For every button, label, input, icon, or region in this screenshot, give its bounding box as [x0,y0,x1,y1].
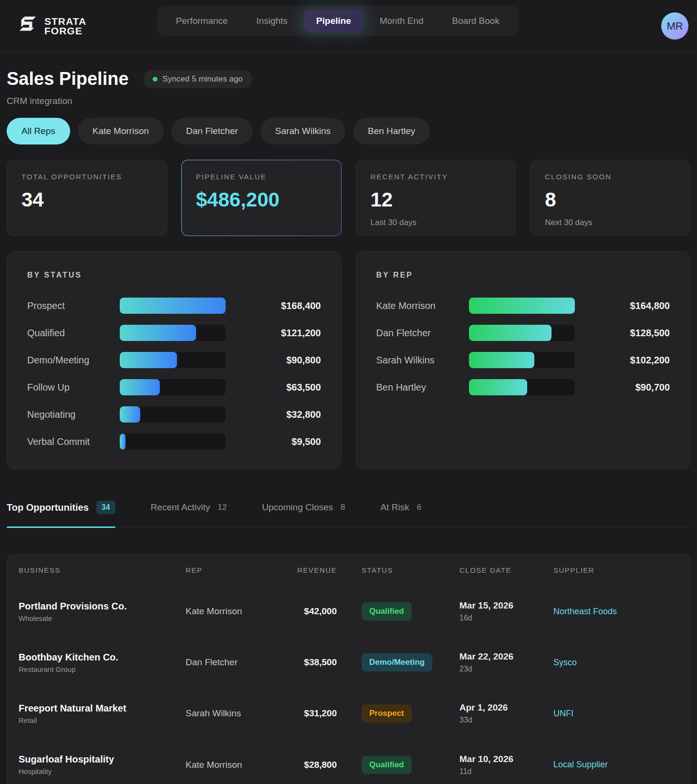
status-bar [120,406,140,423]
days-remaining: 33d [459,716,553,724]
opportunities-table: BUSINESS REP REVENUE STATUS CLOSE DATE S… [7,554,690,784]
tab-upcoming-closes[interactable]: Upcoming Closes 8 [262,492,345,527]
rep-bar-track [469,298,575,314]
rep-name: Kate Morrison [186,760,289,770]
close-date: Mar 22, 2026 [459,651,553,662]
stat-value: 8 [545,188,676,211]
supplier-link[interactable]: Sysco [553,658,577,668]
business-name: Portland Provisions Co. [19,601,186,612]
table-row-sugarloaf-hospitality[interactable]: Sugarloaf Hospitality Hospitality Kate M… [7,739,690,784]
filter-chip-all-reps[interactable]: All Reps [7,118,70,144]
strataforge-logo-icon [17,14,39,38]
tab-at-risk[interactable]: At Risk 6 [381,492,422,527]
column-header-close-date: CLOSE DATE [459,566,553,574]
table-row-portland-provisions[interactable]: Portland Provisions Co. Wholesale Kate M… [7,586,690,637]
status-label: Negotiating [27,409,120,420]
user-avatar[interactable]: MR [661,12,688,40]
sync-status-dot-icon [153,77,157,82]
tab-top-opportunities[interactable]: Top Opportunities 34 [7,492,115,527]
tab-count: 12 [218,503,227,512]
rep-label: Kate Morrison [376,300,469,311]
status-bar-track [120,298,226,314]
tab-count-badge: 34 [96,501,115,514]
rep-name: Kate Morrison [186,606,289,617]
nav-tab-board-book[interactable]: Board Book [440,10,512,32]
nav-tab-pipeline[interactable]: Pipeline [304,10,364,32]
status-row-follow-up: Follow Up $63,500 [27,379,321,395]
table-row-freeport-natural-market[interactable]: Freeport Natural Market Retail Sarah Wil… [7,688,690,739]
nav-tab-insights[interactable]: Insights [244,10,300,32]
rep-bar-track [469,379,575,395]
filter-chip-ben-hartley[interactable]: Ben Hartley [353,118,430,144]
by-status-panel: BY STATUS Prospect $168,400 Qualified $1… [7,251,342,469]
status-row-demo-meeting: Demo/Meeting $90,800 [27,352,321,368]
status-value: $63,500 [226,382,321,393]
tab-count: 6 [417,503,421,512]
column-header-rep: REP [186,566,289,574]
strataforge-logo: STRATA FORGE [17,14,86,38]
tab-recent-activity[interactable]: Recent Activity 12 [151,492,227,527]
close-date: Mar 15, 2026 [459,600,553,611]
tab-label: Recent Activity [151,502,210,513]
table-row-boothbay-kitchen[interactable]: Boothbay Kitchen Co. Restaurant Group Da… [7,637,690,688]
business-category: Restaurant Group [19,665,186,673]
rep-bar [469,298,575,314]
page-title: Sales Pipeline [7,69,129,89]
stat-value: $486,200 [196,188,327,211]
tab-label: At Risk [381,502,409,513]
supplier-link[interactable]: Local Supplier [553,760,608,770]
status-value: $9,500 [226,436,321,447]
status-value: $121,200 [226,328,321,339]
stat-card-pipeline-value: PIPELINE VALUE $486,200 [181,160,342,236]
supplier-link[interactable]: Northeast Foods [553,607,617,617]
status-badge: Demo/Meeting [362,653,432,671]
column-header-supplier: SUPPLIER [553,566,685,574]
stat-label: RECENT ACTIVITY [371,173,501,181]
status-bar-track [120,406,226,423]
status-bar-track [120,433,226,450]
filter-chip-kate-morrison[interactable]: Kate Morrison [78,118,164,144]
nav-tab-month-end[interactable]: Month End [367,10,436,32]
status-value: $168,400 [226,300,321,311]
rep-row-dan-fletcher: Dan Fletcher $128,500 [376,325,670,341]
status-badge: Prospect [362,704,412,722]
business-category: Wholesale [19,614,186,622]
rep-value: $90,700 [575,382,670,393]
status-bar-track [120,352,226,368]
status-bar [120,352,177,368]
tab-count: 8 [341,503,345,512]
status-bar [120,379,160,395]
main-nav: Performance Insights Pipeline Month End … [157,6,519,36]
tab-label: Top Opportunities [7,502,89,513]
status-row-negotiating: Negotiating $32,800 [27,406,321,423]
nav-tab-performance[interactable]: Performance [164,10,240,32]
close-date: Mar 10, 2026 [459,754,553,764]
rep-value: $102,200 [575,355,670,366]
rep-bar [469,379,527,395]
status-row-verbal-commit: Verbal Commit $9,500 [27,433,321,450]
status-label: Verbal Commit [27,436,120,447]
business-name: Freeport Natural Market [19,703,186,714]
pipeline-page: Sales Pipeline Synced 5 minutes ago CRM … [0,52,697,784]
rep-name: Sarah Wilkins [186,708,289,719]
status-badge: Qualified [362,756,412,774]
rep-row-ben-hartley: Ben Hartley $90,700 [376,379,670,395]
stat-card-recent-activity: RECENT ACTIVITY 12 Last 30 days [356,160,516,236]
stat-card-closing-soon: CLOSING SOON 8 Next 30 days [530,160,690,236]
filter-chip-dan-fletcher[interactable]: Dan Fletcher [171,118,253,144]
revenue-value: $38,500 [289,657,343,668]
business-category: Retail [19,716,186,724]
rep-row-kate-morrison: Kate Morrison $164,800 [376,298,670,314]
rep-row-sarah-wilkins: Sarah Wilkins $102,200 [376,352,670,368]
business-name: Sugarloaf Hospitality [19,754,186,765]
filter-chip-sarah-wilkins[interactable]: Sarah Wilkins [260,118,345,144]
supplier-link[interactable]: UNFI [553,709,573,719]
business-category: Hospitality [19,767,186,775]
status-label: Follow Up [27,382,120,393]
table-header-row: BUSINESS REP REVENUE STATUS CLOSE DATE S… [7,555,690,586]
status-bar [120,298,226,314]
rep-bar [469,325,551,341]
tab-label: Upcoming Closes [262,502,333,513]
stat-label: TOTAL OPPORTUNITIES [21,173,152,181]
status-label: Prospect [27,300,120,311]
